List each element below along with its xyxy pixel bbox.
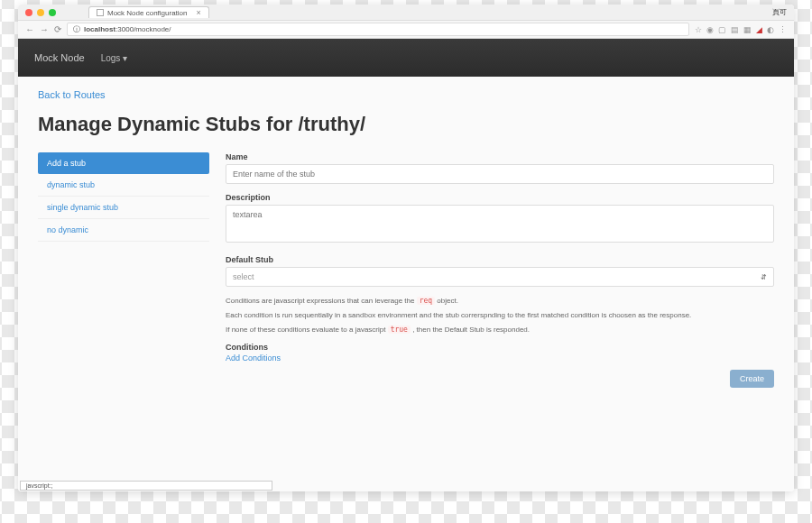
help-text-1: Conditions are javascript expressions th…: [226, 296, 774, 307]
back-button[interactable]: ←: [25, 24, 34, 34]
url-path: :3000/mocknode/: [115, 25, 171, 33]
name-input[interactable]: [226, 164, 774, 184]
traffic-lights: [25, 9, 56, 16]
extension-icon-3[interactable]: ▦: [743, 25, 752, 34]
default-stub-label: Default Stub: [226, 255, 774, 264]
brand[interactable]: Mock Node: [34, 52, 85, 63]
default-stub-select[interactable]: select: [226, 267, 774, 287]
star-icon[interactable]: ☆: [695, 25, 702, 34]
description-textarea[interactable]: [226, 205, 774, 243]
address-bar: ← → ⟳ ⓘ localhost:3000/mocknode/ ☆ ◉ ▢ ▤…: [18, 21, 794, 39]
info-icon: ⓘ: [73, 24, 80, 34]
sidebar-item-single-dynamic-stub[interactable]: single dynamic stub: [38, 197, 209, 219]
menu-icon[interactable]: ⋮: [779, 25, 787, 34]
chevron-down-icon: ▾: [123, 53, 127, 63]
name-label: Name: [226, 152, 774, 161]
tab-title: Mock Node configuration: [107, 9, 188, 17]
nav-logs[interactable]: Logs ▾: [101, 53, 127, 63]
nav-logs-label: Logs: [101, 53, 121, 63]
code-req: req: [417, 297, 435, 305]
sidebar-item-dynamic-stub[interactable]: dynamic stub: [38, 174, 209, 197]
extension-icon-5[interactable]: ◐: [767, 25, 774, 34]
layout: Add a stub dynamic stub single dynamic s…: [38, 152, 774, 388]
help-text-3: If none of these conditions evaluate to …: [226, 325, 774, 336]
sidebar-item-no-dynamic[interactable]: no dynamic: [38, 219, 209, 242]
code-true: true: [388, 326, 411, 334]
minimize-window-button[interactable]: [37, 9, 44, 16]
form: Name Description Default Stub select ⇵ C…: [226, 152, 774, 388]
toolbar-icons: ☆ ◉ ▢ ▤ ▦ ◢ ◐ ⋮: [695, 25, 787, 34]
close-window-button[interactable]: [25, 9, 32, 16]
extension-icon[interactable]: ▢: [718, 25, 726, 34]
extension-icon-4[interactable]: ◢: [756, 25, 762, 34]
tab-strip: Mock Node configuration ×: [88, 6, 209, 18]
browser-tab[interactable]: Mock Node configuration ×: [88, 6, 209, 18]
description-label: Description: [226, 193, 774, 202]
url-input[interactable]: ⓘ localhost:3000/mocknode/: [67, 23, 689, 36]
url-host: localhost: [84, 25, 115, 33]
app-header: Mock Node Logs ▾: [18, 39, 794, 77]
shield-icon[interactable]: ◉: [706, 25, 714, 34]
conditions-label: Conditions: [226, 343, 774, 352]
page-title: Manage Dynamic Stubs for /truthy/: [38, 113, 774, 136]
extension-icon-2[interactable]: ▤: [731, 25, 739, 34]
sidebar: Add a stub dynamic stub single dynamic s…: [38, 152, 209, 388]
create-button[interactable]: Create: [730, 370, 774, 388]
help-text-2: Each condition is run sequentially in a …: [226, 310, 774, 322]
titlebar-right-text: 頁可: [772, 7, 787, 17]
maximize-window-button[interactable]: [49, 9, 56, 16]
page-icon: [97, 9, 104, 16]
content: Back to Routes Manage Dynamic Stubs for …: [18, 77, 794, 491]
sidebar-item-add-stub[interactable]: Add a stub: [38, 152, 209, 174]
reload-button[interactable]: ⟳: [54, 24, 61, 34]
browser-window: Mock Node configuration × 頁可 ← → ⟳ ⓘ loc…: [18, 5, 794, 491]
close-tab-icon[interactable]: ×: [197, 8, 201, 17]
forward-button[interactable]: →: [40, 24, 49, 34]
back-to-routes-link[interactable]: Back to Routes: [38, 89, 774, 100]
statusbar: javscript:;: [20, 481, 272, 491]
titlebar: Mock Node configuration × 頁可: [18, 5, 794, 21]
add-conditions-link[interactable]: Add Conditions: [226, 353, 774, 362]
